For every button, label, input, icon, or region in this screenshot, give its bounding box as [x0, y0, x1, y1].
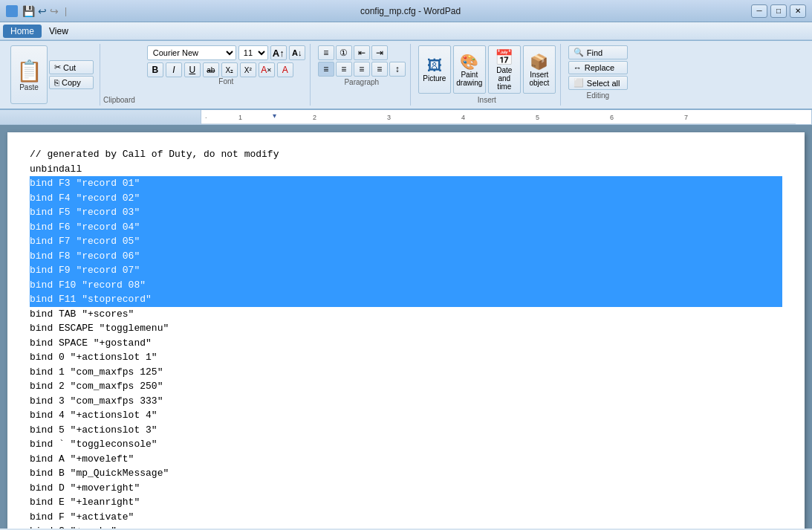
insert-group: 🖼 Picture 🎨 Paintdrawing 📅 Date andtime … — [414, 44, 561, 106]
text-color-button[interactable]: A — [277, 62, 293, 77]
maximize-button[interactable]: □ — [770, 4, 787, 18]
doc-line-13[interactable]: bind SPACE "+gostand" — [30, 336, 782, 351]
datetime-label: Date andtime — [490, 66, 519, 91]
clipboard-label: Clipboard — [103, 96, 135, 104]
minimize-button[interactable]: ─ — [751, 4, 767, 18]
picture-icon: 🖼 — [427, 57, 442, 74]
doc-line-22[interactable]: bind B "mp_QuickMessage" — [30, 466, 782, 481]
doc-line-24[interactable]: bind E "+leanright" — [30, 495, 782, 510]
window-controls: ─ □ ✕ — [751, 4, 806, 18]
justify-button[interactable]: ≡ — [371, 62, 388, 77]
separator: | — [65, 6, 67, 16]
find-label: Find — [587, 48, 602, 57]
cut-button[interactable]: ✂ Cut — [49, 60, 94, 74]
clear-format-button[interactable]: A✕ — [259, 62, 275, 77]
font-group: Courier New 11 A↑ A↓ B I U ab X₂ X² A✕ — [143, 44, 311, 106]
doc-line-5[interactable]: bind F6 "record 04" — [30, 220, 782, 235]
doc-line-17[interactable]: bind 3 "com_maxfps 333" — [30, 394, 782, 409]
doc-line-10[interactable]: bind F11 "stoprecord" — [30, 292, 782, 307]
copy-button[interactable]: ⎘ Copy — [49, 76, 94, 89]
datetime-button[interactable]: 📅 Date andtime — [488, 45, 521, 94]
doc-line-3[interactable]: bind F4 "record 02" — [30, 191, 782, 206]
menu-view[interactable]: View — [42, 25, 76, 38]
paste-button[interactable]: 📋 Paste — [10, 45, 48, 104]
editing-group: 🔍 Find ↔ Replace ⬜ Select all Editing — [564, 44, 632, 106]
doc-line-21[interactable]: bind A "+moveleft" — [30, 452, 782, 467]
paint-button[interactable]: 🎨 Paintdrawing — [453, 45, 486, 94]
select-all-icon: ⬜ — [574, 78, 584, 88]
line-spacing-button[interactable]: ↕ — [389, 62, 406, 77]
insert-object-button[interactable]: 📦 Insertobject — [523, 45, 556, 94]
tab-stop-marker: ▾ — [273, 112, 276, 120]
superscript-button[interactable]: X² — [240, 62, 256, 77]
svg-text:5: 5 — [536, 114, 539, 121]
paragraph-label: Paragraph — [318, 78, 406, 86]
clipboard-group: 📋 Paste ✂ Cut ⎘ Copy — [4, 44, 100, 106]
doc-line-20[interactable]: bind ` "toggleconsole" — [30, 437, 782, 452]
app-icon — [6, 5, 18, 17]
paste-icon: 📋 — [16, 59, 42, 83]
paragraph-group: ≡ ① ⇤ ⇥ ≡ ≡ ≡ ≡ ↕ Paragraph — [314, 44, 411, 106]
doc-line-4[interactable]: bind F5 "record 03" — [30, 205, 782, 220]
increase-indent-button[interactable]: ⇥ — [371, 45, 388, 60]
doc-line-23[interactable]: bind D "+moveright" — [30, 481, 782, 496]
document-page[interactable]: // generated by Call of Duty, do not mod… — [7, 132, 805, 529]
cut-label: Cut — [63, 63, 76, 72]
menu-bar: Home View — [0, 22, 812, 40]
doc-line-18[interactable]: bind 4 "+actionslot 4" — [30, 408, 782, 423]
svg-text:6: 6 — [610, 114, 614, 121]
numbering-button[interactable]: ① — [336, 45, 352, 60]
clipboard-sub: ✂ Cut ⎘ Copy — [49, 45, 94, 104]
strikethrough-button[interactable]: ab — [203, 62, 219, 77]
doc-line-16[interactable]: bind 2 "com_maxfps 250" — [30, 379, 782, 394]
subscript-button[interactable]: X₂ — [221, 62, 238, 77]
doc-line-19[interactable]: bind 5 "+actionslot 3" — [30, 423, 782, 438]
close-button[interactable]: ✕ — [790, 4, 806, 18]
menu-home[interactable]: Home — [3, 25, 42, 38]
doc-line-0[interactable]: // generated by Call of Duty, do not mod… — [30, 147, 782, 162]
font-grow-button[interactable]: A↑ — [270, 45, 287, 60]
underline-button[interactable]: U — [184, 62, 201, 77]
font-family-select[interactable]: Courier New — [147, 45, 236, 60]
find-button[interactable]: 🔍 Find — [568, 45, 628, 59]
italic-button[interactable]: I — [166, 62, 182, 77]
align-left-button[interactable]: ≡ — [318, 62, 334, 77]
insert-object-label: Insertobject — [529, 71, 549, 87]
align-right-button[interactable]: ≡ — [354, 62, 370, 77]
doc-line-7[interactable]: bind F8 "record 06" — [30, 249, 782, 264]
document-container[interactable]: // generated by Call of Duty, do not mod… — [0, 125, 812, 529]
copy-label: Copy — [62, 78, 81, 87]
doc-line-11[interactable]: bind TAB "+scores" — [30, 307, 782, 322]
doc-line-26[interactable]: bind G "+smoke" — [30, 524, 782, 529]
font-size-select[interactable]: 11 — [238, 45, 268, 60]
doc-line-15[interactable]: bind 1 "com_maxfps 125" — [30, 365, 782, 380]
font-label: Font — [147, 77, 305, 85]
bullets-button[interactable]: ≡ — [318, 45, 334, 60]
ribbon: 📋 Paste ✂ Cut ⎘ Copy Clipboard Couri — [0, 40, 812, 110]
datetime-icon: 📅 — [495, 48, 513, 66]
doc-line-12[interactable]: bind ESCAPE "togglemenu" — [30, 321, 782, 336]
insert-label: Insert — [418, 96, 556, 104]
paint-icon: 🎨 — [460, 53, 478, 71]
doc-line-1[interactable]: unbindall — [30, 162, 782, 177]
ribbon-content: 📋 Paste ✂ Cut ⎘ Copy Clipboard Couri — [0, 40, 812, 109]
font-shrink-button[interactable]: A↓ — [289, 45, 305, 60]
bold-button[interactable]: B — [147, 62, 163, 77]
cut-icon: ✂ — [54, 62, 61, 72]
doc-line-25[interactable]: bind F "+activate" — [30, 510, 782, 525]
decrease-indent-button[interactable]: ⇤ — [354, 45, 370, 60]
doc-line-2[interactable]: bind F3 "record 01" — [30, 176, 782, 191]
replace-button[interactable]: ↔ Replace — [568, 61, 628, 74]
doc-line-8[interactable]: bind F9 "record 07" — [30, 263, 782, 278]
doc-line-14[interactable]: bind 0 "+actionslot 1" — [30, 350, 782, 365]
undo-icon[interactable]: ↩ — [38, 5, 47, 17]
paste-label: Paste — [19, 83, 39, 91]
doc-line-9[interactable]: bind F10 "record 08" — [30, 278, 782, 293]
align-center-button[interactable]: ≡ — [336, 62, 352, 77]
save-icon[interactable]: 💾 — [22, 5, 35, 17]
select-all-button[interactable]: ⬜ Select all — [568, 76, 628, 90]
replace-label: Replace — [585, 63, 614, 72]
doc-line-6[interactable]: bind F7 "record 05" — [30, 234, 782, 249]
picture-button[interactable]: 🖼 Picture — [418, 45, 451, 94]
replace-icon: ↔ — [574, 63, 582, 72]
